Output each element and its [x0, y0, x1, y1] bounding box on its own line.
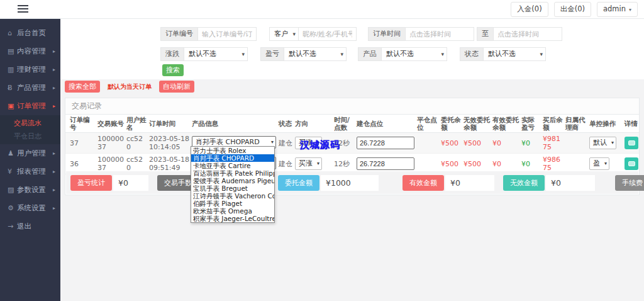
- order-no-label: 订单编号: [160, 27, 197, 41]
- cell-entrust: ¥500: [441, 159, 464, 169]
- control-select[interactable]: 盈: [589, 157, 609, 170]
- detail-icon: [628, 161, 635, 166]
- sidebar: ⌂ 后台首页 ▤ 内容管理 ▸ ▥ 理财管理 ▸ Ƀ 产品管理 ▸ ▣ 订单管理…: [0, 19, 60, 301]
- gear-icon: ⚙: [8, 204, 17, 212]
- pl-select[interactable]: 默认不选: [284, 47, 347, 61]
- dropdown-option[interactable]: 积家手表 Jaeger-LeCoultre: [191, 215, 274, 222]
- order-time-filter: 订单时间: [368, 27, 474, 41]
- home-icon: ⌂: [8, 29, 17, 37]
- pl-label: 盈亏: [260, 47, 284, 61]
- pl-total-button[interactable]: 盈亏统计: [70, 175, 112, 191]
- dropdown-option[interactable]: 江诗丹顿手表 Vacheron Constantin: [191, 192, 274, 200]
- dropdown-option[interactable]: 卡地亚手表 Cartire: [191, 162, 274, 169]
- admin-user-menu[interactable]: admin: [597, 2, 638, 17]
- status-label: 状态: [460, 47, 483, 61]
- pl-total-value: ¥0: [113, 175, 148, 191]
- time-to-filter: 至: [477, 27, 562, 41]
- entrust-amount-button[interactable]: 委托金额: [278, 175, 319, 191]
- sidebar-item-label: 用户管理: [17, 149, 46, 158]
- sidebar-item-params[interactable]: ▨ 参数设置 ▸: [0, 181, 60, 199]
- dropdown-option[interactable]: 爱彼手表 Audemars Pigeut: [191, 177, 274, 185]
- search-all-button[interactable]: 搜索全部: [65, 81, 100, 93]
- dropdown-option[interactable]: 欧米茄手表 Omega: [191, 207, 274, 215]
- detail-button[interactable]: [625, 157, 638, 170]
- filter-panel: 订单编号 客户 订单时间 至 涨跌 默认不选 盈亏 默认: [60, 19, 644, 79]
- product-dropdown-list: 劳力士手表 Rolex 肖邦手表 CHOPARD 卡地亚手表 Cartire 百…: [191, 146, 275, 223]
- default-orders-hint: 默认为当天订单: [108, 82, 152, 91]
- product-select[interactable]: 默认不选: [381, 47, 447, 61]
- dropdown-option[interactable]: 劳力士手表 Rolex: [191, 147, 274, 154]
- order-icon: ▣: [8, 102, 17, 110]
- fee-button[interactable]: 手续费: [615, 175, 644, 191]
- sidebar-item-label: 理财管理: [17, 65, 46, 74]
- sidebar-item-logout[interactable]: → 退出: [0, 217, 60, 236]
- summary-pl-total: 盈亏统计 ¥0: [70, 175, 148, 191]
- sidebar-item-system[interactable]: ⚙ 系统设置 ▸: [0, 199, 60, 217]
- report-icon: ¥: [8, 168, 17, 176]
- sidebar-item-label: 报表管理: [17, 167, 46, 176]
- cell-close-point: [417, 162, 441, 165]
- open-point-input[interactable]: [357, 157, 414, 170]
- sidebar-item-users[interactable]: ♟ 用户管理 ▸: [0, 144, 60, 162]
- order-no-filter: 订单编号: [160, 27, 257, 41]
- cell-order-no: 37: [70, 138, 97, 149]
- summary-invalid-amount: 无效金额 ¥0: [503, 175, 595, 191]
- entrust-amount-value: ¥1000: [321, 175, 379, 191]
- product-filter: 产品 默认不选: [358, 47, 447, 61]
- time-to-input[interactable]: [493, 27, 562, 41]
- sidebar-item-label: 退出: [17, 222, 31, 231]
- sidebar-item-product[interactable]: Ƀ 产品管理 ▸: [0, 79, 60, 97]
- cell-actual-pl: ¥0: [521, 138, 543, 149]
- hamburger-menu-icon[interactable]: [18, 5, 28, 13]
- orders-submenu: 交易流水 平仓日志: [0, 115, 60, 144]
- params-icon: ▨: [8, 186, 17, 194]
- invalid-amount-button[interactable]: 无效金额: [503, 175, 545, 191]
- cell-invalid-entrust: ¥500: [464, 159, 492, 169]
- sidebar-item-label: 内容管理: [17, 47, 46, 56]
- sidebar-item-label: 参数设置: [17, 185, 46, 195]
- sidebar-item-finance[interactable]: ▥ 理财管理 ▸: [0, 60, 60, 79]
- customer-input[interactable]: [299, 27, 357, 41]
- valid-amount-button[interactable]: 有效金额: [402, 175, 444, 191]
- submenu-item-close-log[interactable]: 平仓日志: [0, 130, 60, 143]
- sidebar-item-label: 系统设置: [17, 203, 46, 213]
- sidebar-item-dashboard[interactable]: ⌂ 后台首页: [0, 24, 60, 42]
- order-no-input[interactable]: [197, 27, 257, 41]
- deposit-button[interactable]: 入金(0): [511, 2, 548, 17]
- sidebar-item-content[interactable]: ▤ 内容管理 ▸: [0, 42, 60, 60]
- submenu-item-trade-flow[interactable]: 交易流水: [0, 116, 60, 130]
- customer-type-select[interactable]: 客户: [269, 27, 299, 41]
- pl-filter: 盈亏 默认不选: [260, 47, 347, 61]
- dropdown-option-selected[interactable]: 肖邦手表 CHOPARD: [191, 154, 274, 162]
- status-select[interactable]: 默认不选: [483, 47, 546, 61]
- content-icon: ▤: [8, 47, 17, 55]
- direction-select[interactable]: 买涨: [295, 157, 322, 170]
- dropdown-option[interactable]: 宝玑手表 Breguet: [191, 185, 274, 192]
- withdraw-button[interactable]: 出金(0): [554, 2, 591, 17]
- updown-select[interactable]: 默认不选: [184, 47, 248, 61]
- cell-close-point: [417, 142, 441, 144]
- auto-refresh-button[interactable]: 自动刷新: [159, 81, 194, 93]
- sidebar-item-reports[interactable]: ¥ 报表管理 ▸: [0, 162, 60, 181]
- cell-after-balance: ¥98675: [543, 154, 565, 173]
- time-from-input[interactable]: [405, 27, 474, 41]
- cell-entrust: ¥500: [441, 138, 464, 149]
- open-point-input[interactable]: [357, 137, 414, 149]
- cell-order-time: 2023-05-18 10:14:05: [149, 133, 192, 152]
- sidebar-item-orders[interactable]: ▣ 订单管理 ▸: [0, 97, 60, 115]
- trade-records-panel: 交易记录 订单编号 交易账号 用户姓名 订单时间 产品信息 状态 方向 时间/点…: [65, 98, 640, 195]
- cell-order-no: 36: [70, 159, 97, 169]
- summary-valid-amount: 有效金额 ¥0: [402, 175, 494, 191]
- detail-icon: [628, 140, 635, 145]
- control-select[interactable]: 默认: [589, 137, 616, 149]
- search-button[interactable]: 搜索: [162, 64, 184, 76]
- status-filter: 状态 默认不选: [460, 47, 546, 61]
- detail-button[interactable]: [625, 137, 638, 149]
- cell-invalid-entrust: ¥500: [464, 138, 492, 149]
- updown-label: 涨跌: [160, 47, 184, 61]
- dropdown-option[interactable]: 伯爵手表 Piaget: [191, 200, 274, 207]
- chevron-right-icon: ▸: [53, 67, 55, 72]
- cell-actual-pl: ¥0: [521, 159, 543, 169]
- invalid-amount-value: ¥0: [546, 175, 595, 191]
- dropdown-option[interactable]: 百达翡丽手表 Patek Philippe: [191, 169, 274, 177]
